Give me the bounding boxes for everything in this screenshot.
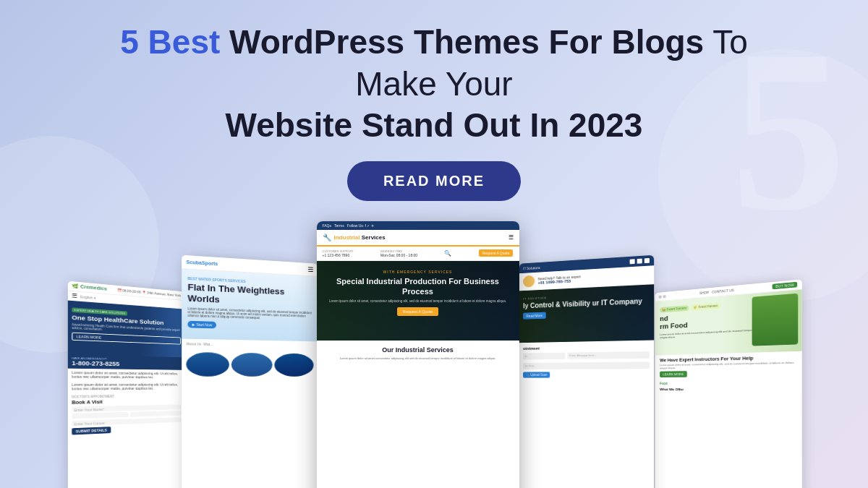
mini-site-cremedics: 🌿 Cremedics ⏰ 08:00-20:00 📍 34th Avenue,… [67,281,184,488]
cremedics-sidebar: Lorem ipsum dolor sit amet, consectetur … [67,368,184,393]
it-hero: IT SOLUTION ly Control & Visibility ur I… [519,284,653,343]
industrial-request-btn: Request A Quote [479,249,514,257]
industrial-hero: WITH EMERGENCY SERVICES Special Industri… [317,261,519,341]
it-upload-btn: 📎 Upload Scan [523,372,550,377]
cremedics-hero: EXPERT HEALTH CARE SOLUTIONS One Stop He… [67,300,184,357]
farm-cta-btn: LEARN MORE [660,371,687,377]
it-btn: Read More [523,312,545,319]
industrial-topinfo: FAQs Terms Follow Us: f ✓ ✈ [317,221,519,230]
it-field-2: Enter Message here... [567,351,650,359]
industrial-contactbar: CUSTOMER SUPPORT +1 123 456 7890 WORKING… [317,247,519,261]
page-wrapper: 5 Best WordPress Themes For Blogs To Mak… [0,0,868,488]
scuba-img-3 [274,353,313,376]
title-line2: Website Stand Out In 2023 [226,106,643,144]
industrial-heading: Special Industrial Production For Busine… [324,276,512,297]
it-nav-label: IT Solutions [523,265,540,270]
theme-thumb-industrial[interactable]: FAQs Terms Follow Us: f ✓ ✈ 🔧 Industrial… [317,221,519,489]
industrial-faqs: FAQs Terms Follow Us: f ✓ ✈ [323,223,374,228]
scuba-images [182,348,318,380]
industrial-hours: WORKING TIME Mon-Sat: 08:00 - 18:00 [380,249,417,257]
industrial-services: Our Industrial Services Lorem ipsum dolo… [317,341,519,366]
industrial-logo: Industrial Services [334,234,386,241]
industrial-nav: 🔧 Industrial Services ☰ [317,230,519,247]
industrial-phone: CUSTOMER SUPPORT +1 123 456 7890 [323,249,354,257]
main-title: 5 Best WordPress Themes For Blogs To Mak… [109,22,760,147]
page-heading: 5 Best WordPress Themes For Blogs To Mak… [109,22,760,147]
it-form-row-1: ts Enter Message here... [523,351,650,361]
read-more-button[interactable]: READ MORE [347,161,521,201]
cremedics-submit: SUBMIT DETAILS [72,427,111,435]
farm-buy-btn: BUY NOW [772,281,796,288]
theme-thumb-scuba[interactable]: ScubaSports ☰ BEST WATER SPORTS SERVICES… [182,254,318,488]
farm-food-label: Food [655,380,801,386]
theme-thumb-it[interactable]: IT Solutions Need help? Talk to an exper… [519,254,653,488]
cremedics-logo: 🌿 Cremedics [72,283,107,291]
cremedics-emergency: HAVE AN EMERGENCY? 1-800-273-8255 [67,354,184,370]
industrial-services-title: Our Industrial Services [324,346,512,354]
scuba-logo: ScubaSports [186,259,218,265]
scuba-hero: BEST WATER SPORTS SERVICES Flat In The W… [182,269,318,341]
mini-site-industrial: FAQs Terms Follow Us: f ✓ ✈ 🔧 Industrial… [317,221,519,489]
it-appointment: ointment ts Enter Message here... he Her… [519,340,653,382]
farm-hero-sub2: 🌾 Fresh Harvest [694,304,718,309]
scuba-text: Lorem ipsum dolor sit amet, consectetur … [187,307,312,321]
industrial-hero-btn: Request A Quote [397,307,439,316]
scuba-btn: ▶ Start Now [187,320,216,328]
mini-site-it: IT Solutions Need help? Talk to an exper… [519,254,653,488]
farm-nav-shop: SHOP [699,290,709,294]
title-bold: WordPress Themes For Blogs [229,23,704,61]
theme-thumb-farm[interactable]: SHOP CONTACT US BUY NOW 🧑‍🌾 Expert Farme… [655,279,801,488]
thumbnails-row: 🌿 Cremedics ⏰ 08:00-20:00 📍 34th Avenue,… [0,221,868,489]
farm-farmer-image [752,293,798,346]
industrial-sub: WITH EMERGENCY SERVICES [324,270,512,274]
scuba-img-2 [231,352,272,376]
industrial-services-text: Lorem ipsum dolor sit amet consectetur a… [324,356,512,360]
farm-cta: We Have Expert Instructors For Your Help… [655,351,801,380]
it-field-3: he Here... [523,361,650,369]
cremedics-appt-title: Book A Visit [72,398,181,405]
farm-nav-links: SHOP CONTACT US [699,288,734,294]
scuba-img-1 [186,351,229,376]
mini-site-scuba: ScubaSports ☰ BEST WATER SPORTS SERVICES… [182,254,318,488]
theme-thumb-cremedics[interactable]: 🌿 Cremedics ⏰ 08:00-20:00 📍 34th Avenue,… [67,281,184,488]
it-appt-title: ointment [523,344,650,350]
it-avatar [523,275,535,287]
it-form-row-2: he Here... [523,361,650,369]
mini-site-farm: SHOP CONTACT US BUY NOW 🧑‍🌾 Expert Farme… [655,279,801,488]
farm-hero-sub1: 🧑‍🌾 Expert Farmers [662,307,686,312]
cremedics-appointment: DOCTOR'S APPOINTMENT Book A Visit Enter … [67,391,184,437]
it-field-1: ts [523,352,565,359]
industrial-text: Lorem ipsum dolor sit amet, consectetur … [324,299,512,303]
farm-what-we-offer: What We Offer [655,386,801,393]
farm-nav-contact: CONTACT US [711,288,733,294]
title-part-5: 5 Best [120,23,229,61]
